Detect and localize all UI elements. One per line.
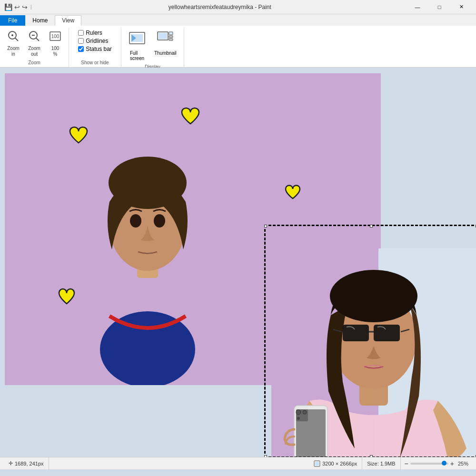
zoom-in-icon xyxy=(7,30,20,45)
showhide-group: Rulers Gridlines Status bar Show or hide xyxy=(69,28,121,67)
image-icon xyxy=(314,460,320,467)
zoom-out-button[interactable]: Zoomout xyxy=(25,28,44,59)
svg-point-38 xyxy=(303,410,307,414)
thumbnail-label: Thumbnail xyxy=(154,50,177,56)
zoom-slider[interactable] xyxy=(410,463,448,465)
female-figure xyxy=(271,248,476,457)
svg-point-37 xyxy=(296,410,301,415)
statusbar-checkbox[interactable] xyxy=(78,46,84,52)
cursor-indicator: ✛ 1689, 241px xyxy=(4,457,49,469)
tab-view[interactable]: View xyxy=(55,15,81,26)
display-group: Fullscreen Thumbnail Display xyxy=(121,28,184,67)
svg-point-39 xyxy=(297,417,300,420)
statusbar-label: Status bar xyxy=(86,46,112,52)
zoom-in-button[interactable]: Zoomin xyxy=(4,28,23,59)
svg-line-3 xyxy=(15,38,18,41)
svg-point-22 xyxy=(130,214,141,228)
showhide-checkboxes: Rulers Gridlines Status bar xyxy=(78,28,112,59)
window-controls: — □ ✕ xyxy=(407,0,472,14)
canvas-area xyxy=(0,68,476,457)
zoom-100-icon: 100 xyxy=(49,30,62,45)
tab-file[interactable]: File xyxy=(0,15,25,26)
zoom-100-label: 100% xyxy=(51,46,60,57)
close-button[interactable]: ✕ xyxy=(450,0,472,14)
undo-icon[interactable]: ↩ xyxy=(14,3,20,11)
svg-rect-15 xyxy=(169,36,173,38)
rulers-checkbox[interactable] xyxy=(78,30,84,36)
svg-point-23 xyxy=(154,214,165,228)
maximize-button[interactable]: □ xyxy=(428,0,450,14)
svg-line-6 xyxy=(36,38,39,41)
rulers-checkbox-item[interactable]: Rulers xyxy=(78,30,112,36)
zoom-minus[interactable]: − xyxy=(405,460,408,467)
tab-home[interactable]: Home xyxy=(25,15,55,26)
save-icon[interactable]: 💾 xyxy=(4,3,13,11)
file-size: Size: 1.9MB xyxy=(367,461,395,466)
svg-rect-14 xyxy=(169,32,173,35)
title-separator: | xyxy=(30,4,32,10)
selection-handle-bl[interactable] xyxy=(264,455,267,457)
size-item: Size: 1.9MB xyxy=(362,457,400,469)
zoom-100-button[interactable]: 100 100% xyxy=(46,28,65,59)
display-buttons: Fullscreen Thumbnail xyxy=(125,28,180,63)
gridlines-label: Gridlines xyxy=(86,38,108,44)
zoom-in-label: Zoomin xyxy=(7,46,20,57)
statusbar-checkbox-item[interactable]: Status bar xyxy=(78,46,112,52)
zoom-buttons: Zoomin Zoomout 100 xyxy=(4,28,65,59)
female-svg xyxy=(271,248,476,457)
showhide-group-label: Show or hide xyxy=(81,59,109,67)
title-bar: 💾 ↩ ↪ | yellowheartsremixfeataudreymika … xyxy=(0,0,476,14)
gridlines-checkbox-item[interactable]: Gridlines xyxy=(78,38,112,44)
quick-access-toolbar: 💾 ↩ ↪ | xyxy=(4,3,33,11)
fullscreen-button[interactable]: Fullscreen xyxy=(125,28,149,63)
zoom-out-label: Zoomout xyxy=(28,46,40,57)
checkbox-group: Rulers Gridlines Status bar xyxy=(78,28,112,54)
svg-rect-41 xyxy=(315,462,319,466)
fullscreen-icon xyxy=(129,30,146,50)
svg-rect-13 xyxy=(159,33,167,39)
zoom-controls: − + 25% xyxy=(401,460,472,467)
zoom-out-icon xyxy=(28,30,41,45)
image-dimensions: 3200 × 2666px xyxy=(322,461,357,466)
zoom-group-label: Zoom xyxy=(28,59,40,67)
svg-point-18 xyxy=(100,311,195,385)
fullscreen-label: Fullscreen xyxy=(130,50,144,61)
svg-rect-16 xyxy=(169,39,173,40)
zoom-group: Zoomin Zoomout 100 xyxy=(0,28,69,67)
thumbnail-icon xyxy=(157,30,174,50)
thumbnail-button[interactable]: Thumbnail xyxy=(151,28,180,58)
gridlines-checkbox[interactable] xyxy=(78,38,84,44)
zoom-plus[interactable]: + xyxy=(450,460,454,467)
status-bar: ✛ 1689, 241px 3200 × 2666px Size: 1.9MB … xyxy=(0,457,476,469)
cursor-coordinates: 1689, 241px xyxy=(15,461,44,466)
svg-point-28 xyxy=(330,270,417,322)
rulers-label: Rulers xyxy=(86,30,102,36)
ribbon-tabs: File Home View xyxy=(0,14,476,26)
cursor-icon: ✛ xyxy=(9,460,13,466)
svg-text:100: 100 xyxy=(51,34,60,39)
window-title: yellowheartsremixfeataudreymika - Paint xyxy=(36,4,404,10)
zoom-slider-thumb[interactable] xyxy=(442,461,446,466)
image-icon-item: 3200 × 2666px xyxy=(309,457,362,469)
redo-icon[interactable]: ↪ xyxy=(21,3,28,11)
ribbon: Zoomin Zoomout 100 xyxy=(0,26,476,68)
zoom-level: 25% xyxy=(458,461,468,466)
minimize-button[interactable]: — xyxy=(407,0,428,14)
